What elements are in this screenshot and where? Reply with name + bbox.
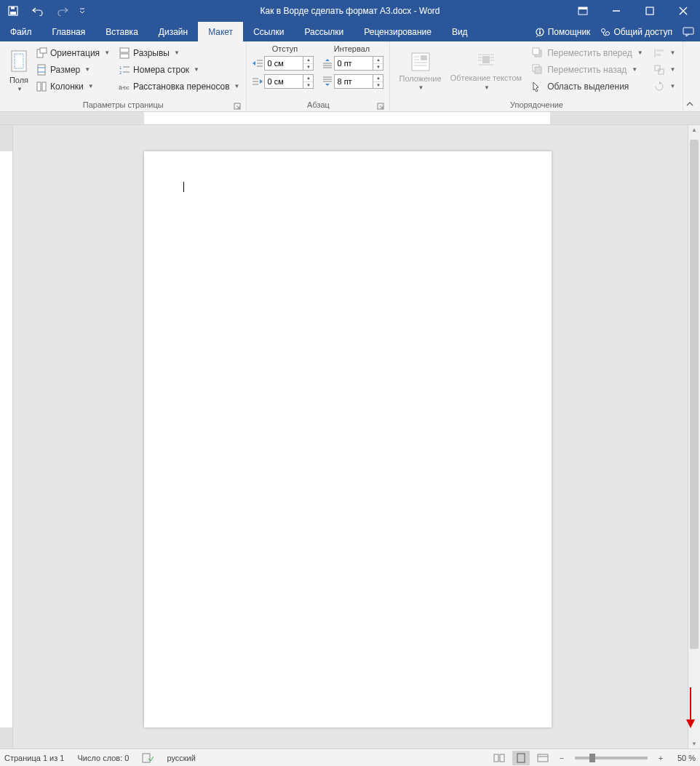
tab-layout[interactable]: Макет (198, 22, 243, 41)
selection-pane-label: Область выделения (547, 81, 629, 92)
spacing-before-spinner[interactable]: ▲▼ (373, 56, 383, 71)
vertical-scrollbar[interactable]: ▲ ▼ (688, 125, 700, 749)
maximize-button[interactable] (633, 0, 667, 22)
share-label: Общий доступ (613, 27, 672, 37)
bring-forward-button[interactable]: Переместить вперед▼ (529, 44, 645, 61)
document-viewport[interactable] (13, 125, 688, 749)
indent-right-input[interactable] (264, 74, 303, 89)
comments-icon[interactable] (683, 27, 694, 37)
hyphenation-button[interactable]: a-bc Расстановка переносов▼ (116, 78, 242, 95)
zoom-level[interactable]: 50 % (671, 754, 696, 762)
indent-right-spinner[interactable]: ▲▼ (303, 74, 314, 89)
tab-file[interactable]: Файл (0, 22, 42, 41)
spacing-before-icon (321, 57, 334, 70)
breaks-button[interactable]: Разрывы▼ (116, 44, 242, 61)
word-count[interactable]: Число слов: 0 (77, 754, 129, 762)
hyphenation-label: Расстановка переносов (133, 81, 230, 92)
svg-rect-24 (42, 82, 46, 91)
svg-rect-23 (37, 82, 41, 91)
svg-rect-53 (482, 56, 490, 63)
annotation-arrow-icon (684, 686, 697, 730)
rotate-button[interactable]: ▼ (651, 78, 679, 95)
save-button[interactable] (3, 1, 23, 21)
svg-rect-19 (40, 48, 47, 53)
spell-check-icon[interactable] (142, 753, 154, 763)
columns-button[interactable]: Колонки▼ (33, 78, 112, 95)
tab-mailings[interactable]: Рассылки (294, 22, 354, 41)
bring-forward-label: Переместить вперед (547, 48, 632, 58)
wrap-label: Обтекание текстом (450, 73, 522, 82)
redo-button[interactable] (52, 1, 73, 21)
svg-rect-2 (11, 7, 15, 9)
line-numbers-button[interactable]: 12 Номера строк▼ (116, 61, 242, 78)
svg-rect-61 (533, 48, 539, 55)
collapse-ribbon-button[interactable] (684, 98, 696, 110)
tab-view[interactable]: Вид (442, 22, 478, 41)
print-layout-button[interactable] (512, 751, 530, 765)
qat-customize-button[interactable] (77, 1, 87, 21)
group-arrange: Положение ▼ Обтекание текстом ▼ Перемест… (390, 41, 683, 111)
paragraph-launcher[interactable] (376, 102, 385, 111)
page-setup-launcher[interactable] (233, 102, 242, 111)
wrap-text-button[interactable]: Обтекание текстом ▼ (446, 44, 527, 97)
svg-rect-72 (500, 754, 504, 762)
horizontal-ruler[interactable] (0, 112, 700, 125)
svg-rect-26 (120, 54, 129, 58)
svg-rect-68 (659, 69, 664, 74)
page[interactable] (144, 151, 552, 727)
align-button[interactable]: ▼ (651, 44, 679, 61)
indent-left-spinner[interactable]: ▲▼ (303, 56, 314, 71)
share-button[interactable]: Общий доступ (600, 27, 672, 37)
svg-rect-66 (656, 54, 661, 56)
tab-review[interactable]: Рецензирование (354, 22, 442, 41)
web-layout-button[interactable] (534, 751, 552, 765)
svg-rect-71 (494, 754, 498, 762)
spacing-after-spinner[interactable]: ▲▼ (373, 74, 383, 89)
svg-rect-70 (143, 754, 150, 762)
zoom-slider[interactable] (575, 757, 648, 759)
svg-rect-67 (655, 65, 660, 71)
page-indicator[interactable]: Страница 1 из 1 (4, 754, 64, 762)
orientation-button[interactable]: Ориентация▼ (33, 44, 112, 61)
undo-button[interactable] (28, 1, 48, 21)
page-setup-group-label: Параметры страницы (83, 100, 164, 109)
text-cursor (183, 182, 184, 192)
zoom-in-button[interactable]: + (655, 751, 667, 765)
send-backward-button[interactable]: Переместить назад▼ (529, 61, 645, 78)
titlebar: Как в Ворде сделать формат А3.docx - Wor… (0, 0, 700, 22)
indent-left-input[interactable] (264, 56, 303, 71)
svg-point-11 (539, 29, 541, 31)
chevron-down-icon: ▼ (17, 86, 23, 92)
tab-design[interactable]: Дизайн (148, 22, 198, 41)
read-mode-button[interactable] (490, 751, 508, 765)
svg-rect-25 (120, 48, 129, 52)
zoom-out-button[interactable]: − (556, 751, 568, 765)
scroll-thumb[interactable] (690, 140, 699, 649)
svg-rect-63 (535, 67, 541, 73)
tab-references[interactable]: Ссылки (243, 22, 294, 41)
group-button[interactable]: ▼ (651, 61, 679, 78)
margins-button[interactable]: Поля ▼ (4, 44, 33, 97)
position-label: Положение (399, 74, 441, 83)
svg-rect-12 (539, 31, 541, 34)
selection-pane-button[interactable]: Область выделения (529, 78, 645, 95)
send-backward-label: Переместить назад (547, 65, 627, 75)
breaks-label: Разрывы (133, 48, 170, 58)
margins-label: Поля (9, 76, 28, 84)
spacing-before-input[interactable] (334, 56, 373, 71)
ribbon-display-options-button[interactable] (566, 0, 600, 22)
size-button[interactable]: Размер▼ (33, 61, 112, 78)
indent-header: Отступ (251, 44, 318, 53)
tab-home[interactable]: Главная (42, 22, 96, 41)
statusbar: Страница 1 из 1 Число слов: 0 русский − … (0, 749, 700, 766)
ribbon: Поля ▼ Ориентация▼ Размер▼ Колонки▼ (0, 41, 700, 112)
vertical-ruler[interactable] (0, 125, 13, 749)
language-indicator[interactable]: русский (167, 754, 195, 762)
svg-rect-74 (538, 754, 548, 762)
close-button[interactable] (667, 0, 700, 22)
tab-insert[interactable]: Вставка (95, 22, 148, 41)
tell-me-button[interactable]: Помощник (535, 27, 591, 37)
spacing-after-input[interactable] (334, 74, 373, 89)
minimize-button[interactable] (600, 0, 633, 22)
position-button[interactable]: Положение ▼ (394, 44, 445, 97)
